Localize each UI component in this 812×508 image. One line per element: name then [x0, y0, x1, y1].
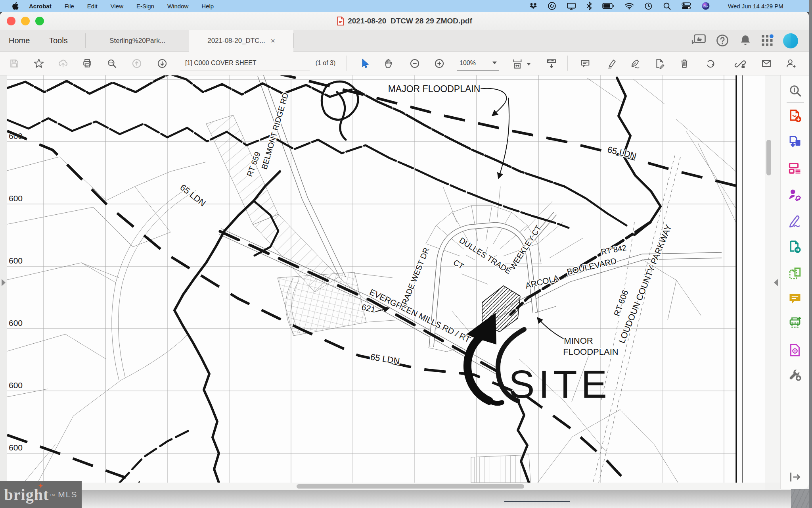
- nav-home[interactable]: Home: [9, 30, 30, 52]
- spotlight-icon[interactable]: [663, 2, 671, 10]
- dropbox-icon[interactable]: [529, 2, 537, 10]
- tab-active-document[interactable]: 2021-08-20_DTC... ×: [189, 30, 293, 52]
- chevron-down-icon: [492, 62, 497, 64]
- nav-tools[interactable]: Tools: [49, 30, 68, 52]
- print-production-icon[interactable]: [788, 316, 802, 330]
- tab-label: Sterling%20Park...: [109, 37, 165, 45]
- comment-tool-icon[interactable]: [788, 292, 802, 306]
- app-grid-icon[interactable]: [760, 33, 774, 48]
- more-tools-icon[interactable]: [788, 368, 802, 382]
- fill-and-sign-icon[interactable]: [788, 214, 802, 228]
- star-icon[interactable]: [33, 58, 44, 69]
- watermark-tm: TM: [50, 493, 55, 497]
- feedback-icon[interactable]: [691, 33, 707, 48]
- page-up-icon[interactable]: [131, 58, 142, 69]
- chevron-down-icon[interactable]: [527, 63, 531, 65]
- svg-text:600: 600: [9, 131, 23, 140]
- panel-divider: [787, 102, 804, 103]
- siri-icon[interactable]: [701, 2, 710, 10]
- display-icon[interactable]: [567, 2, 576, 10]
- menu-item-file[interactable]: File: [65, 3, 74, 10]
- expand-left-panel-icon[interactable]: [2, 279, 6, 286]
- edit-page-icon[interactable]: [654, 58, 665, 69]
- window-bottom-edge: [0, 490, 809, 508]
- cloud-upload-icon[interactable]: [57, 58, 69, 69]
- notifications-icon[interactable]: [738, 33, 753, 48]
- edit-pdf-icon[interactable]: [788, 161, 802, 175]
- control-center-icon[interactable]: [682, 2, 691, 10]
- zoom-in-icon[interactable]: [434, 58, 445, 69]
- fit-width-icon[interactable]: [511, 58, 523, 70]
- export-pdf-icon[interactable]: [788, 135, 802, 149]
- collapse-panel-icon[interactable]: [788, 470, 802, 484]
- map-label: MAJOR FLOODPLAIN: [388, 84, 481, 94]
- window-title: 2021-08-20_DTCW 28 29 ZMOD.pdf: [348, 17, 472, 25]
- menu-item-window[interactable]: Window: [167, 3, 188, 10]
- bookmark-field-value: [1] C000 COVER SHEET: [180, 60, 257, 67]
- menu-item-help[interactable]: Help: [201, 3, 214, 10]
- save-icon[interactable]: [9, 58, 20, 69]
- time-machine-icon[interactable]: [644, 2, 653, 10]
- svg-text:600: 600: [9, 256, 23, 265]
- search-tool-icon[interactable]: [788, 83, 802, 98]
- toolbar-divider: [347, 56, 347, 71]
- create-pdf-icon[interactable]: [788, 109, 802, 123]
- svg-text:600: 600: [9, 194, 23, 203]
- bookmark-field[interactable]: [1] C000 COVER SHEET: [180, 56, 310, 71]
- apple-icon[interactable]: [12, 2, 19, 10]
- star-icon: ✦: [38, 482, 44, 490]
- zoom-level-select[interactable]: 100%: [457, 56, 499, 71]
- menu-clock[interactable]: Wed Jun 14 4:29 PM: [728, 0, 783, 12]
- menu-item-acrobat[interactable]: Acrobat: [29, 3, 52, 10]
- sign-icon[interactable]: [630, 58, 641, 69]
- send-pdf-icon[interactable]: [788, 240, 802, 254]
- zoom-out-icon[interactable]: [409, 58, 420, 69]
- select-tool-icon[interactable]: [359, 58, 370, 69]
- comment-icon[interactable]: [580, 58, 591, 69]
- avatar[interactable]: [783, 33, 798, 48]
- bluetooth-icon[interactable]: [586, 2, 592, 10]
- tab-close-icon[interactable]: ×: [271, 37, 275, 44]
- vertical-scrollbar[interactable]: [765, 75, 780, 483]
- horizontal-scrollbar-thumb[interactable]: [297, 484, 524, 489]
- tab-label: 2021-08-20_DTC...: [207, 37, 265, 45]
- delete-icon[interactable]: [679, 58, 690, 69]
- add-user-icon[interactable]: [785, 58, 797, 69]
- vertical-scrollbar-thumb[interactable]: [766, 140, 771, 175]
- map-label: SITE: [509, 362, 611, 406]
- menu-item-edit[interactable]: Edit: [87, 3, 98, 10]
- collapse-right-panel-icon[interactable]: [774, 279, 778, 286]
- help-icon[interactable]: [715, 33, 730, 48]
- hand-tool-icon[interactable]: [383, 58, 395, 69]
- battery-icon[interactable]: [602, 3, 614, 9]
- menu-status-icons: [529, 0, 710, 12]
- wifi-icon[interactable]: [624, 2, 634, 10]
- svg-text:600: 600: [9, 443, 23, 452]
- tab-sterling-park[interactable]: Sterling%20Park...: [86, 30, 189, 52]
- link-icon[interactable]: [734, 58, 746, 70]
- highlight-icon[interactable]: [606, 58, 617, 69]
- zoom-level-value: 100%: [460, 60, 476, 67]
- pdf-map-canvas[interactable]: 600 600 600 600 600 600 MAJOR FLOODPLAIN…: [7, 75, 765, 483]
- menu-item-view[interactable]: View: [111, 3, 123, 10]
- menu-item-esign[interactable]: E-Sign: [136, 3, 154, 10]
- watermark-suffix: MLS: [58, 490, 77, 499]
- map-label: MINOR: [564, 336, 593, 346]
- background-edge-line: [504, 501, 570, 502]
- crop-pages-icon[interactable]: [788, 267, 802, 281]
- email-icon[interactable]: [761, 58, 772, 69]
- toolbar-divider: [567, 56, 568, 71]
- page-display-icon[interactable]: [546, 58, 557, 70]
- creative-cloud-icon[interactable]: [548, 2, 556, 10]
- pdf-file-icon: [337, 16, 345, 26]
- window-title-group: 2021-08-20_DTCW 28 29 ZMOD.pdf: [0, 12, 809, 30]
- search-zoom-icon[interactable]: [106, 58, 117, 69]
- scan-ocr-icon[interactable]: [788, 343, 802, 357]
- rotate-icon[interactable]: [705, 58, 716, 69]
- tab-separator: [293, 33, 294, 48]
- print-icon[interactable]: [82, 58, 93, 69]
- request-signatures-icon[interactable]: [788, 187, 802, 202]
- menu-bar: Acrobat File Edit View E-Sign Window Hel…: [0, 0, 812, 12]
- page-down-icon[interactable]: [157, 58, 168, 69]
- svg-text:600: 600: [9, 318, 23, 327]
